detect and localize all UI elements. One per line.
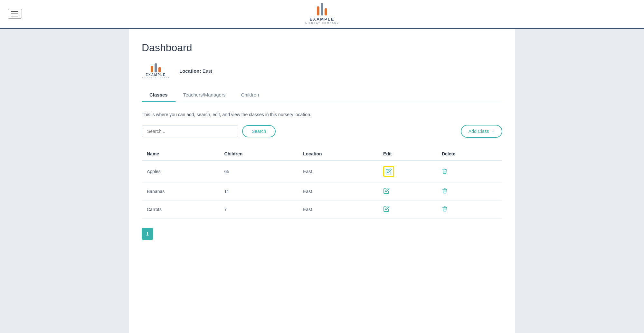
tab-teachers-managers[interactable]: Teachers/Managers (175, 88, 233, 102)
page-title: Dashboard (142, 42, 502, 54)
location-card: EXAMPLE A GREAT COMPANY Location: East (142, 63, 502, 79)
cell-delete-carrots (437, 200, 502, 218)
col-header-children: Children (219, 147, 298, 161)
main-content: Dashboard EXAMPLE A GREAT COMPANY Locati… (129, 29, 515, 333)
cell-children-apples: 65 (219, 161, 298, 182)
cell-name-apples: Apples (142, 161, 219, 182)
hamburger-menu-button[interactable] (8, 9, 22, 19)
add-class-label: Add Class (469, 129, 489, 134)
cell-name-carrots: Carrots (142, 200, 219, 218)
hamburger-line (11, 11, 18, 12)
location-logo-icon (151, 63, 161, 72)
classes-table: Name Children Location Edit Delete Apple… (142, 147, 502, 218)
location-label-key: Location: (179, 68, 201, 74)
header-logo: EXAMPLE A GREAT COMPANY (305, 3, 339, 24)
tab-children[interactable]: Children (233, 88, 267, 102)
location-logo-bar-right (158, 67, 161, 72)
cell-delete-bananas (437, 182, 502, 200)
pagination: 1 (142, 228, 502, 240)
cell-name-bananas: Bananas (142, 182, 219, 200)
location-logo-tagline: A GREAT COMPANY (142, 77, 170, 79)
tabs-container: Classes Teachers/Managers Children (142, 88, 502, 102)
cell-children-bananas: 11 (219, 182, 298, 200)
delete-button-apples[interactable] (442, 168, 448, 174)
location-label: Location: East (179, 68, 212, 74)
col-header-name: Name (142, 147, 219, 161)
trash-icon (442, 206, 448, 212)
edit-icon (385, 168, 392, 175)
edit-icon (383, 188, 390, 194)
location-logo-bar-left (151, 66, 153, 72)
tab-classes[interactable]: Classes (142, 88, 175, 102)
edit-button-carrots[interactable] (383, 206, 390, 212)
logo-bar-orange-right (325, 8, 327, 15)
search-row: Search Add Class + (142, 125, 502, 138)
classes-description: This is where you can add, search, edit,… (142, 112, 502, 117)
table-row: Carrots 7 East (142, 200, 502, 218)
table-header: Name Children Location Edit Delete (142, 147, 502, 161)
trash-icon (442, 188, 448, 194)
cell-location-apples: East (298, 161, 378, 182)
hamburger-line (11, 16, 18, 16)
cell-children-carrots: 7 (219, 200, 298, 218)
location-value: East (203, 68, 212, 74)
col-header-edit: Edit (378, 147, 437, 161)
table-header-row: Name Children Location Edit Delete (142, 147, 502, 161)
plus-icon: + (492, 128, 495, 134)
edit-button-apples[interactable] (383, 166, 394, 177)
location-logo-bar-center (155, 63, 157, 72)
search-button[interactable]: Search (242, 125, 276, 137)
hamburger-line (11, 14, 18, 14)
delete-button-carrots[interactable] (442, 206, 448, 212)
logo-text: EXAMPLE (310, 17, 335, 22)
trash-icon (442, 168, 448, 174)
edit-button-bananas[interactable] (383, 188, 390, 194)
table-row: Apples 65 East (142, 161, 502, 182)
logo-bar-gray (321, 3, 323, 15)
logo-bar-orange-left (317, 6, 319, 15)
edit-icon (383, 206, 390, 212)
add-class-button[interactable]: Add Class + (461, 125, 502, 138)
delete-button-bananas[interactable] (442, 188, 448, 194)
cell-location-bananas: East (298, 182, 378, 200)
cell-edit-carrots (378, 200, 437, 218)
location-logo-name: EXAMPLE (146, 73, 166, 77)
cell-edit-bananas (378, 182, 437, 200)
table-row: Bananas 11 East (142, 182, 502, 200)
cell-delete-apples (437, 161, 502, 182)
cell-edit-apples (378, 161, 437, 182)
logo-icon (317, 3, 327, 15)
location-logo: EXAMPLE A GREAT COMPANY (142, 63, 170, 79)
search-input[interactable] (142, 125, 238, 137)
header: EXAMPLE A GREAT COMPANY (0, 0, 644, 29)
page-1-button[interactable]: 1 (142, 228, 153, 240)
cell-location-carrots: East (298, 200, 378, 218)
table-body: Apples 65 East (142, 161, 502, 218)
col-header-location: Location (298, 147, 378, 161)
col-header-delete: Delete (437, 147, 502, 161)
logo-subtext: A GREAT COMPANY (305, 22, 339, 24)
